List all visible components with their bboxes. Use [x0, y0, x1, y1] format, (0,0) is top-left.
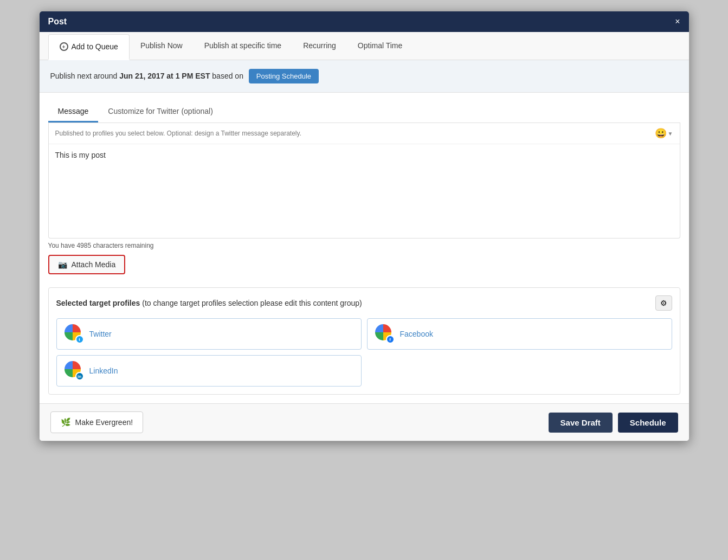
tab-optimal-time-label: Optimal Time [358, 41, 402, 50]
tab-publish-now-label: Publish Now [140, 41, 183, 50]
schedule-info-bar: Publish next around Jun 21, 2017 at 1 PM… [40, 60, 689, 93]
publish-tabs-bar: + Add to Queue Publish Now Publish at sp… [40, 32, 689, 60]
twitter-badge: t [75, 335, 84, 344]
linkedin-profile-name: LinkedIn [89, 366, 118, 375]
tab-publish-specific-label: Publish at specific time [204, 41, 281, 50]
linkedin-badge: in [75, 372, 84, 381]
target-profiles-header: Selected target profiles (to change targ… [56, 295, 672, 311]
save-draft-button[interactable]: Save Draft [549, 413, 613, 433]
tab-publish-specific-time[interactable]: Publish at specific time [194, 32, 292, 60]
post-message-input[interactable] [49, 144, 680, 236]
profile-card-facebook[interactable]: f Facebook [367, 318, 672, 350]
posting-schedule-button[interactable]: Posting Schedule [249, 69, 319, 83]
message-tabs: Message Customize for Twitter (optional) [48, 101, 680, 123]
tab-recurring[interactable]: Recurring [292, 32, 347, 60]
tab-publish-now[interactable]: Publish Now [130, 32, 194, 60]
modal-title: Post [48, 17, 67, 27]
facebook-badge: f [386, 335, 395, 344]
tab-optimal-time[interactable]: Optimal Time [347, 32, 413, 60]
profile-hint-text: Published to profiles you select below. … [55, 130, 301, 137]
gear-icon: ⚙ [660, 299, 667, 307]
tab-customize-twitter[interactable]: Customize for Twitter (optional) [98, 101, 222, 123]
attach-media-button[interactable]: 📷 Attach Media [48, 255, 126, 274]
modal-header: Post × [40, 11, 689, 32]
target-profiles-title: Selected target profiles (to change targ… [56, 299, 362, 307]
camera-icon: 📷 [58, 260, 67, 269]
profiles-grid: t Twitter f Facebook [56, 318, 672, 387]
leaf-icon: 🌿 [61, 417, 71, 427]
evergreen-label: Make Evergreen! [75, 418, 133, 427]
emoji-icon: 😀 [655, 127, 667, 139]
schedule-prefix: Publish next around [50, 72, 120, 80]
profile-card-twitter[interactable]: t Twitter [56, 318, 362, 350]
target-profiles-title-bold: Selected target profiles [56, 299, 140, 307]
footer-right-actions: Save Draft Schedule [549, 413, 678, 433]
message-textarea-wrapper: Published to profiles you select below. … [48, 123, 680, 239]
linkedin-avatar: in [65, 361, 84, 381]
schedule-button[interactable]: Schedule [618, 413, 678, 433]
post-modal: Post × + Add to Queue Publish Now Publis… [39, 11, 690, 441]
attach-media-label: Attach Media [72, 260, 116, 269]
modal-body: + Add to Queue Publish Now Publish at sp… [40, 32, 689, 403]
profile-hint-bar: Published to profiles you select below. … [49, 123, 680, 144]
char-count-display: You have 4985 characters remaining [48, 239, 680, 255]
make-evergreen-button[interactable]: 🌿 Make Evergreen! [50, 411, 144, 433]
content-area: Message Customize for Twitter (optional)… [40, 101, 689, 403]
twitter-avatar: t [65, 324, 84, 344]
emoji-chevron-icon: ▼ [668, 131, 673, 137]
add-to-queue-icon: + [60, 42, 68, 51]
schedule-datetime: Jun 21, 2017 at 1 PM EST [119, 72, 210, 80]
profile-card-linkedin[interactable]: in LinkedIn [56, 355, 362, 387]
facebook-avatar: f [375, 324, 395, 344]
target-profiles-title-rest: (to change target profiles selection ple… [140, 299, 362, 307]
target-profiles-section: Selected target profiles (to change targ… [48, 287, 680, 395]
tab-message[interactable]: Message [48, 101, 99, 123]
modal-close-button[interactable]: × [675, 17, 680, 26]
tab-add-to-queue-label: Add to Queue [72, 42, 118, 51]
facebook-profile-name: Facebook [400, 330, 433, 338]
target-profiles-gear-button[interactable]: ⚙ [655, 295, 672, 311]
tab-recurring-label: Recurring [303, 41, 336, 50]
emoji-picker-button[interactable]: 😀 ▼ [655, 127, 673, 139]
modal-footer: 🌿 Make Evergreen! Save Draft Schedule [40, 403, 689, 441]
twitter-profile-name: Twitter [89, 330, 112, 338]
schedule-middle: based on [210, 72, 245, 80]
tab-add-to-queue[interactable]: + Add to Queue [48, 34, 130, 60]
